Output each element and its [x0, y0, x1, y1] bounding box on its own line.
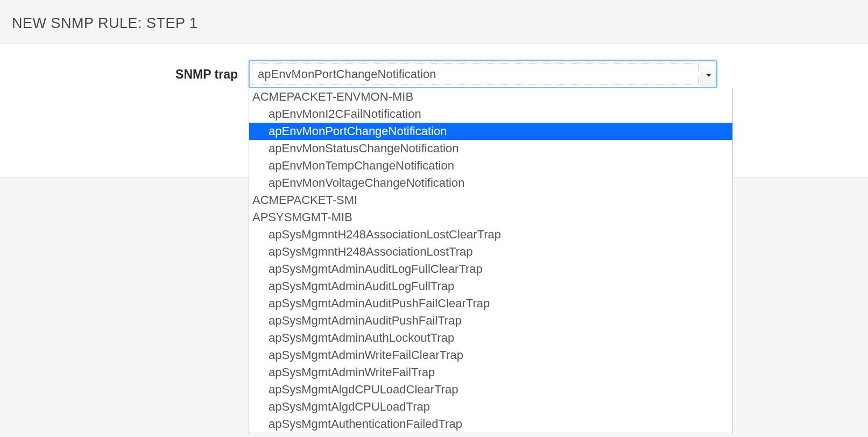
dropdown-item[interactable]: apSysMgmtAdminAuditLogFullClearTrap: [249, 260, 732, 278]
dropdown-item[interactable]: apEnvMonVoltageChangeNotification: [249, 174, 732, 192]
form-panel: SNMP trap ACMEPACKET-ENVMON-MIBapEnvMonI…: [0, 44, 868, 178]
header-section: NEW SNMP RULE: STEP 1: [0, 0, 868, 44]
dropdown-item[interactable]: apSysMgmtAuthenticationFailedTrap: [249, 415, 732, 433]
snmp-trap-row: SNMP trap ACMEPACKET-ENVMON-MIBapEnvMonI…: [0, 60, 868, 88]
dropdown-item[interactable]: apEnvMonTempChangeNotification: [249, 157, 732, 174]
snmp-trap-combo: ACMEPACKET-ENVMON-MIBapEnvMonI2CFailNoti…: [249, 60, 717, 88]
dropdown-item[interactable]: apSysMgmtAdminAuditPushFailClearTrap: [249, 295, 732, 312]
page-title: NEW SNMP RULE: STEP 1: [12, 15, 856, 32]
dropdown-item[interactable]: apSysMgmtAdminWriteFailTrap: [249, 364, 732, 381]
dropdown-item[interactable]: apEnvMonI2CFailNotification: [249, 105, 732, 123]
dropdown-item[interactable]: apSysMgmntH248AssociationLostClearTrap: [249, 226, 732, 243]
snmp-trap-combobox[interactable]: [249, 60, 717, 88]
page-container: NEW SNMP RULE: STEP 1 SNMP trap ACMEPACK…: [0, 0, 868, 178]
dropdown-item[interactable]: apSysMgmtAdminAuditPushFailTrap: [249, 312, 732, 329]
dropdown-item[interactable]: apSysMgmtAdminAuditLogFullTrap: [249, 278, 732, 295]
dropdown-item[interactable]: apSysMgmtAdminWriteFailClearTrap: [249, 347, 732, 364]
dropdown-group-label: ACMEPACKET-SMI: [249, 192, 732, 209]
dropdown-item[interactable]: apSysMgmtAlgdCPULoadTrap: [249, 398, 732, 415]
dropdown-item[interactable]: apSysMgmtAlgdCPULoadClearTrap: [249, 381, 732, 398]
snmp-trap-dropdown[interactable]: ACMEPACKET-ENVMON-MIBapEnvMonI2CFailNoti…: [249, 88, 733, 433]
chevron-down-icon: [706, 69, 711, 79]
dropdown-item[interactable]: apSysMgmtAdminAuthLockoutTrap: [249, 329, 732, 347]
dropdown-item[interactable]: apSysMgmntH248AssociationLostTrap: [249, 243, 732, 260]
combo-dropdown-toggle[interactable]: [701, 61, 716, 87]
dropdown-item[interactable]: apEnvMonStatusChangeNotification: [249, 140, 732, 157]
dropdown-group-label: APSYSMGMT-MIB: [249, 209, 732, 226]
dropdown-item[interactable]: apEnvMonPortChangeNotification: [249, 123, 732, 140]
dropdown-group-label: ACMEPACKET-ENVMON-MIB: [249, 88, 732, 105]
snmp-trap-input[interactable]: [252, 64, 698, 85]
snmp-trap-label: SNMP trap: [12, 67, 249, 82]
